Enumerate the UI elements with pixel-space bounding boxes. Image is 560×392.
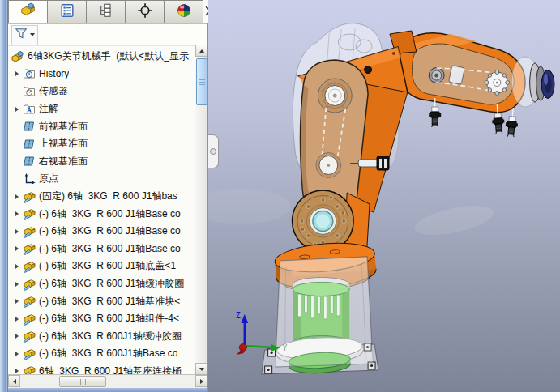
expand-arrow[interactable] bbox=[11, 194, 23, 199]
expand-arrow[interactable] bbox=[11, 89, 23, 94]
solidworks-window: 6轴3KG关节机械手 (默认<默认_显示 History 传感器 注解 前视基准… bbox=[0, 0, 560, 392]
scroll-right-button[interactable] bbox=[195, 375, 207, 387]
tree-item-component-3[interactable]: (-) 6轴 3KG R 600 J1轴Base co bbox=[8, 223, 207, 241]
tree-item-label: (-) 6轴 3KG R 600 J1轴基准块< bbox=[39, 295, 180, 309]
expand-arrow[interactable] bbox=[11, 211, 23, 216]
filter-button[interactable] bbox=[11, 25, 38, 45]
part-icon bbox=[23, 278, 36, 291]
filter-caret-icon bbox=[30, 33, 35, 36]
tree-item-component-8[interactable]: (-) 6轴 3KG R 600 J1轴组件-4< bbox=[8, 310, 207, 328]
expand-arrow[interactable] bbox=[11, 177, 23, 181]
tree-item-label: (-) 6轴 3KG R 600 J1轴底盖<1 bbox=[39, 259, 176, 273]
tree-item-label: (-) 6轴 3KG R 600 J1轴Base co bbox=[39, 207, 181, 221]
horizontal-scroll-track[interactable] bbox=[20, 375, 195, 388]
expand-arrow[interactable] bbox=[11, 334, 23, 339]
feature-tree: 6轴3KG关节机械手 (默认<默认_显示 History 传感器 注解 前视基准… bbox=[8, 46, 207, 374]
tree-item-label: (-) 6轴 3KG R 600 J1轴Base co bbox=[39, 224, 181, 238]
panel-tab-featuremanager[interactable] bbox=[8, 0, 47, 23]
expand-arrow[interactable] bbox=[11, 317, 23, 322]
tree-item-label: 右视基准面 bbox=[39, 155, 88, 168]
displaymanager-tab-icon bbox=[176, 2, 192, 22]
lower-pulley bbox=[316, 153, 341, 178]
part-icon bbox=[23, 242, 36, 255]
upper-pulley bbox=[318, 79, 352, 113]
tree-item-label: 原点 bbox=[39, 172, 58, 185]
expand-arrow[interactable] bbox=[11, 159, 23, 164]
arrow-left-icon bbox=[13, 379, 16, 384]
sensors-folder-icon bbox=[23, 85, 36, 98]
vertical-scroll-thumb[interactable] bbox=[196, 58, 207, 105]
tree-item-annotations[interactable]: 注解 bbox=[8, 100, 207, 118]
tree-item-label: (-) 6轴 3KG R 600J1轴Base co bbox=[39, 347, 177, 360]
horizontal-scroll-thumb[interactable] bbox=[59, 376, 106, 387]
propertymanager-tab-icon bbox=[59, 2, 75, 22]
assembly-icon bbox=[11, 50, 25, 63]
part-icon bbox=[23, 330, 36, 343]
plane-icon bbox=[23, 155, 36, 168]
tree-item-component-4[interactable]: (-) 6轴 3KG R 600 J1轴Base co bbox=[8, 241, 207, 258]
arrow-up-icon bbox=[199, 49, 204, 53]
panel-tab-configurationmanager[interactable] bbox=[86, 0, 125, 23]
tree-item-plane-top[interactable]: 上视基准面 bbox=[8, 135, 207, 153]
tree-item-component-7[interactable]: (-) 6轴 3KG R 600 J1轴基准块< bbox=[8, 292, 207, 310]
expand-arrow[interactable] bbox=[11, 246, 23, 251]
tree-item-label: (-) 6轴 3KG R 600 J1轴Base co bbox=[39, 242, 181, 256]
part-icon bbox=[23, 347, 36, 360]
tree-item-plane-right[interactable]: 右视基准面 bbox=[8, 153, 207, 171]
expand-arrow[interactable] bbox=[11, 229, 23, 234]
part-icon bbox=[23, 364, 36, 374]
expand-arrow[interactable] bbox=[11, 142, 23, 147]
expand-arrow[interactable] bbox=[11, 264, 23, 269]
robot-wrist bbox=[511, 57, 554, 107]
tree-horizontal-scrollbar[interactable] bbox=[8, 374, 207, 388]
tree-item-label: (固定) 6轴 3KG R 600 J1轴bas bbox=[39, 190, 177, 203]
plane-icon bbox=[23, 120, 36, 133]
origin-icon bbox=[23, 173, 36, 185]
tree-item-root[interactable]: 6轴3KG关节机械手 (默认<默认_显示 bbox=[8, 48, 207, 66]
tree-item-label: 传感器 bbox=[39, 84, 68, 98]
robot-arm-model: Z Y bbox=[208, 0, 560, 392]
tree-item-sensors[interactable]: 传感器 bbox=[8, 83, 207, 100]
panel-tab-propertymanager[interactable] bbox=[47, 0, 86, 23]
expand-arrow[interactable] bbox=[11, 282, 23, 287]
tree-item-history[interactable]: History bbox=[8, 66, 207, 83]
panel-tab-dimxpertmanager[interactable] bbox=[125, 0, 164, 23]
expand-arrow[interactable] bbox=[11, 71, 23, 76]
scroll-left-button[interactable] bbox=[8, 375, 20, 387]
arrow-down-icon bbox=[199, 368, 204, 371]
tree-item-component-5[interactable]: (-) 6轴 3KG R 600 J1轴底盖<1 bbox=[8, 258, 207, 275]
panel-tab-displaymanager[interactable] bbox=[164, 0, 203, 23]
forearm-gear bbox=[485, 70, 510, 96]
tree-item-label: 注解 bbox=[39, 102, 58, 116]
graphics-viewport[interactable]: Z Y bbox=[208, 0, 560, 392]
filter-row bbox=[8, 24, 207, 46]
expand-arrow[interactable] bbox=[11, 369, 23, 373]
tree-vertical-scrollbar[interactable] bbox=[195, 45, 207, 375]
tree-item-label: 上视基准面 bbox=[39, 137, 88, 151]
expand-arrow[interactable] bbox=[11, 124, 23, 129]
tree-item-origin[interactable]: 原点 bbox=[8, 170, 207, 188]
window-border-left bbox=[0, 0, 8, 392]
tree-item-component-1[interactable]: (固定) 6轴 3KG R 600 J1轴bas bbox=[8, 188, 207, 206]
tree-item-component-9[interactable]: (-) 6轴 3KG R 600J1轴缓冲胶圈 bbox=[8, 328, 207, 346]
tree-item-component-10[interactable]: (-) 6轴 3KG R 600J1轴Base co bbox=[8, 345, 207, 363]
panel-tab-bar bbox=[8, 0, 207, 24]
dimxpert-tab-icon bbox=[137, 2, 153, 22]
part-icon bbox=[23, 207, 36, 220]
expand-arrow[interactable] bbox=[11, 299, 23, 304]
expand-arrow[interactable] bbox=[11, 352, 23, 356]
scroll-up-button[interactable] bbox=[195, 45, 207, 57]
tree-item-label: (-) 6轴 3KG R 600 J1轴组件-4< bbox=[39, 312, 179, 326]
tree-item-component-2[interactable]: (-) 6轴 3KG R 600 J1轴Base co bbox=[8, 205, 207, 223]
tree-item-component-6[interactable]: (-) 6轴 3KG R 600 J1轴缓冲胶圈 bbox=[8, 275, 207, 293]
tree-item-label: (-) 6轴 3KG R 600J1轴缓冲胶圈 bbox=[39, 330, 182, 343]
plane-icon bbox=[23, 138, 36, 151]
z-axis-arrow bbox=[241, 314, 248, 323]
tree-item-label: 6轴3KG关节机械手 (默认<默认_显示 bbox=[28, 49, 189, 63]
scroll-down-button[interactable] bbox=[195, 363, 207, 375]
tree-item-plane-front[interactable]: 前视基准面 bbox=[8, 117, 207, 135]
panel-splitter-handle[interactable] bbox=[208, 134, 219, 168]
tree-item-component-11[interactable]: 6轴 3KG R 600 J1轴基座连接桶 bbox=[8, 363, 207, 374]
part-icon bbox=[23, 225, 36, 238]
expand-arrow[interactable] bbox=[11, 107, 23, 112]
